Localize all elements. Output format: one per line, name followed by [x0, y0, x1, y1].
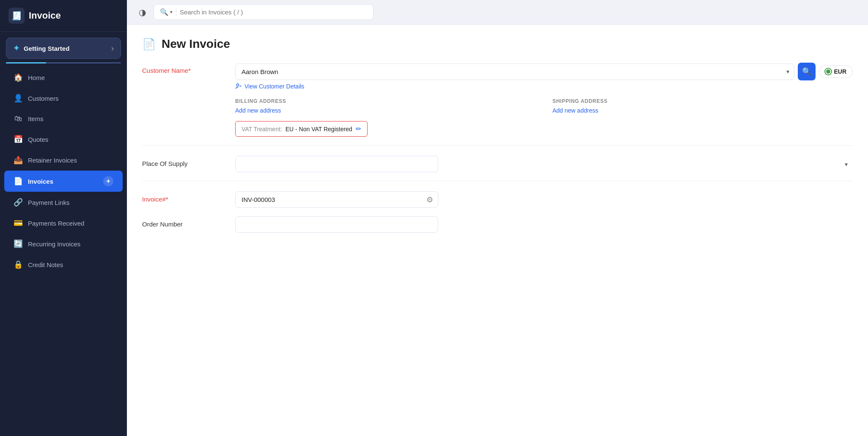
shipping-address-label: SHIPPING ADDRESS	[552, 98, 853, 104]
address-row: BILLING ADDRESS Add new address SHIPPING…	[235, 98, 853, 114]
invoice-number-row: Invoice#* ⚙	[142, 191, 853, 208]
credit-notes-icon: 🔒	[14, 260, 23, 269]
place-of-supply-row: Place Of Supply ▾	[142, 156, 853, 172]
sidebar-item-label: Payment Links	[28, 199, 69, 206]
chevron-right-icon: ›	[111, 44, 114, 53]
payments-received-icon: 💳	[14, 218, 23, 228]
sidebar-item-label: Invoices	[28, 178, 53, 185]
section-divider	[142, 145, 853, 146]
getting-started-progress-fill	[6, 62, 46, 63]
page-title-icon: 📄	[142, 38, 156, 51]
view-customer-details-link[interactable]: View Customer Details	[235, 83, 304, 90]
app-logo: 🧾 Invoice	[0, 0, 127, 32]
vat-value: EU - Non VAT Registered	[286, 126, 352, 132]
order-number-input[interactable]	[235, 216, 438, 233]
place-of-supply-label: Place Of Supply	[142, 156, 227, 167]
shipping-add-address-link[interactable]: Add new address	[552, 107, 598, 114]
vat-edit-icon[interactable]: ✏	[356, 125, 361, 133]
search-divider	[176, 8, 176, 16]
customer-name-label: Customer Name*	[142, 63, 227, 74]
sidebar-item-label: Home	[28, 74, 45, 81]
sidebar: 🧾 Invoice ✦ Getting Started › 🏠 Home 👤 C…	[0, 0, 127, 436]
getting-started-progress-bar	[6, 62, 121, 63]
nav-list: 🏠 Home 👤 Customers 🛍 Items 📅 Quotes 📤 Re…	[0, 67, 127, 275]
sidebar-item-items[interactable]: 🛍 Items	[4, 109, 123, 129]
customer-name-select[interactable]: Aaron Brown	[235, 63, 794, 80]
invoice-number-input[interactable]	[235, 191, 438, 208]
shipping-address-col: SHIPPING ADDRESS Add new address	[552, 98, 853, 114]
invoice-number-controls: ⚙	[235, 191, 853, 208]
order-number-row: Order Number	[142, 216, 853, 233]
retainer-icon: 📤	[14, 155, 23, 165]
currency-badge: EUR	[819, 65, 853, 78]
sidebar-item-recurring-invoices[interactable]: 🔄 Recurring Invoices	[4, 234, 123, 254]
quotes-icon: 📅	[14, 135, 23, 144]
gear-icon[interactable]: ⚙	[426, 195, 433, 204]
invoice-number-wrapper: ⚙	[235, 191, 438, 208]
sidebar-item-retainer-invoices[interactable]: 📤 Retainer Invoices	[4, 150, 123, 170]
customer-name-controls: Aaron Brown ▾ 🔍 EUR	[235, 63, 853, 137]
recurring-icon: 🔄	[14, 239, 23, 248]
content-area: 📄 New Invoice Customer Name* Aaron Brown…	[127, 25, 868, 436]
customer-details-icon	[235, 83, 242, 90]
customers-icon: 👤	[14, 94, 23, 103]
home-icon: 🏠	[14, 73, 23, 82]
sidebar-item-label: Payments Received	[28, 220, 84, 227]
customer-select-wrapper: Aaron Brown ▾	[235, 63, 794, 80]
app-title: Invoice	[29, 10, 61, 21]
view-customer-details-text: View Customer Details	[244, 83, 304, 90]
payment-links-icon: 🔗	[14, 198, 23, 207]
order-number-label: Order Number	[142, 216, 227, 228]
sidebar-item-label: Recurring Invoices	[28, 240, 80, 248]
billing-add-address-link[interactable]: Add new address	[235, 107, 281, 114]
main-panel: ◑ 🔍 ▾ 📄 New Invoice Customer Name*	[127, 0, 868, 436]
chevron-down-icon: ▾	[845, 161, 848, 168]
sidebar-item-home[interactable]: 🏠 Home	[4, 67, 123, 88]
invoices-icon: 📄	[14, 177, 23, 186]
topbar: ◑ 🔍 ▾	[127, 0, 868, 25]
order-number-controls	[235, 216, 853, 233]
currency-label: EUR	[834, 68, 846, 75]
page-title-row: 📄 New Invoice	[142, 37, 853, 51]
items-icon: 🛍	[14, 114, 23, 123]
getting-started-label: Getting Started	[24, 45, 69, 52]
sidebar-item-label: Customers	[28, 95, 59, 102]
search-dropdown-arrow: ▾	[170, 9, 173, 15]
vat-treatment-box: VAT Treatment: EU - Non VAT Registered ✏	[235, 121, 368, 137]
billing-address-col: BILLING ADDRESS Add new address	[235, 98, 536, 114]
sidebar-item-label: Credit Notes	[28, 261, 63, 268]
star-icon: ✦	[13, 44, 19, 53]
place-of-supply-controls: ▾	[235, 156, 853, 172]
invoice-form: Customer Name* Aaron Brown ▾ 🔍	[142, 63, 853, 233]
sidebar-item-payments-received[interactable]: 💳 Payments Received	[4, 213, 123, 233]
sidebar-item-credit-notes[interactable]: 🔒 Credit Notes	[4, 254, 123, 275]
sidebar-item-label: Retainer Invoices	[28, 157, 77, 164]
search-icon: 🔍	[160, 8, 168, 16]
getting-started-button[interactable]: ✦ Getting Started ›	[6, 38, 121, 59]
sidebar-item-label: Items	[28, 115, 44, 122]
sidebar-item-invoices[interactable]: 📄 Invoices +	[4, 171, 123, 192]
svg-point-0	[236, 84, 239, 86]
invoice-number-label: Invoice#*	[142, 191, 227, 203]
history-button[interactable]: ◑	[137, 6, 148, 19]
customer-search-button[interactable]: 🔍	[798, 63, 816, 80]
search-icon: 🔍	[802, 67, 811, 76]
place-of-supply-select-wrapper: ▾	[235, 156, 853, 172]
section-divider-2	[142, 181, 853, 181]
sidebar-item-quotes[interactable]: 📅 Quotes	[4, 129, 123, 149]
add-invoice-button[interactable]: +	[103, 176, 113, 186]
sidebar-item-payment-links[interactable]: 🔗 Payment Links	[4, 192, 123, 212]
sidebar-item-customers[interactable]: 👤 Customers	[4, 88, 123, 108]
page-title: New Invoice	[162, 37, 230, 51]
search-wrapper: 🔍 ▾	[154, 4, 374, 20]
billing-address-label: BILLING ADDRESS	[235, 98, 536, 104]
search-filter-button[interactable]: 🔍 ▾	[160, 8, 173, 16]
vat-label: VAT Treatment:	[242, 126, 282, 132]
customer-name-row: Customer Name* Aaron Brown ▾ 🔍	[142, 63, 853, 137]
sidebar-item-label: Quotes	[28, 136, 48, 143]
search-input[interactable]	[180, 8, 367, 16]
place-of-supply-select[interactable]	[235, 156, 438, 172]
currency-dot-icon	[825, 69, 831, 75]
logo-icon: 🧾	[8, 8, 25, 24]
